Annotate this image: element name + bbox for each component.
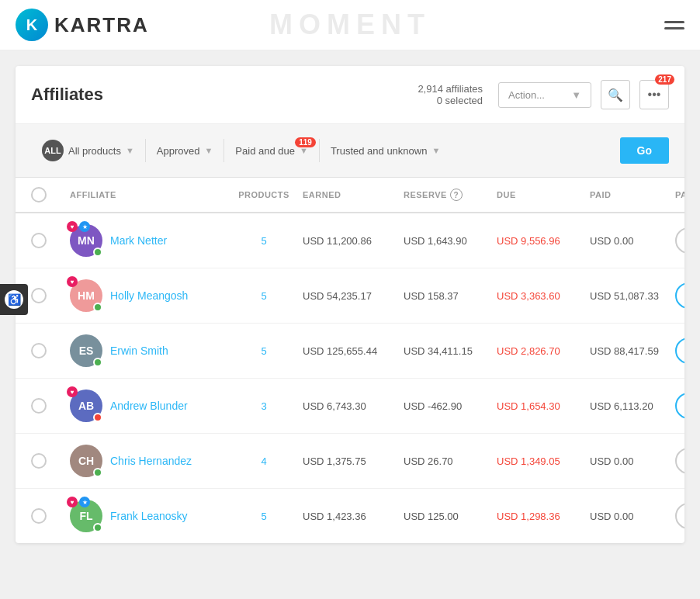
filter-all-arrow-icon: ▼ (126, 146, 134, 155)
due-value: USD 1,349.05 (497, 455, 590, 467)
affiliates-selected: 0 selected (418, 95, 483, 106)
panel-header: Affiliates 2,914 affiliates 0 selected A… (16, 66, 684, 124)
go-button[interactable]: Go (620, 137, 669, 164)
status-dot (93, 248, 102, 257)
affiliate-name[interactable]: Holly Meangosh (110, 289, 188, 302)
row-checkbox[interactable] (31, 508, 47, 524)
badge-heart-icon: ♥ (67, 221, 78, 232)
hamburger-menu[interactable] (664, 21, 684, 29)
row-checkbox[interactable] (31, 453, 47, 469)
paid-value: USD 51,087.33 (590, 290, 675, 302)
affiliate-name[interactable]: Mark Netter (110, 234, 167, 247)
products-value: 5 (225, 511, 303, 522)
badge-heart-icon: ♥ (67, 386, 78, 397)
all-products-icon: ALL (42, 140, 64, 161)
reserve-value: USD -462.90 (404, 400, 497, 412)
avatar-wrap: ♥ ★ MN (70, 224, 102, 257)
row-check-cell (31, 453, 70, 469)
avatar-wrap: ES (70, 334, 102, 367)
badge-heart-icon: ♥ (67, 276, 78, 287)
pay-button[interactable]: $ (675, 448, 684, 474)
filter-approved[interactable]: Approved ▼ (146, 139, 224, 163)
affiliate-name[interactable]: Chris Hernandez (110, 455, 192, 467)
table-row: ES Erwin Smith 5 USD 125,655.44 USD 34,4… (16, 324, 684, 379)
table-row: ♥ ★ FL Frank Leanosky 5 USD 1,423.36 USD… (16, 489, 684, 543)
pay-button[interactable]: $ (675, 338, 684, 364)
filter-all-products[interactable]: ALL All products ▼ (31, 133, 145, 168)
filter-paid-due[interactable]: 119 Paid and due ▼ (224, 139, 319, 163)
search-button[interactable]: 🔍 (601, 80, 630, 109)
th-affiliate: AFFILIATE (70, 190, 225, 199)
th-paid: PAID (590, 190, 675, 199)
filter-trusted-unknown[interactable]: Trusted and unknown ▼ (320, 139, 451, 163)
status-dot (93, 468, 102, 477)
due-value: USD 1,654.30 (497, 400, 590, 412)
panel-title: Affiliates (31, 85, 408, 105)
status-dot (93, 303, 102, 312)
table-body: ♥ ★ MN Mark Netter 5 USD 11,200.86 USD 1… (16, 213, 684, 543)
accessibility-icon: ♿ (5, 290, 23, 309)
due-value: USD 2,826.70 (497, 345, 590, 357)
affiliate-cell: ES Erwin Smith (70, 334, 225, 367)
select-all-checkbox[interactable] (31, 187, 47, 203)
pay-button[interactable]: $ (675, 282, 684, 309)
more-button[interactable]: ••• 217 (639, 80, 669, 109)
badge-heart-icon: ♥ (67, 497, 78, 507)
paid-value: USD 0.00 (590, 455, 675, 467)
table-header: AFFILIATE PRODUCTS EARNED RESERVE ? DUE … (16, 178, 684, 213)
avatar-wrap: ♥ AB (70, 390, 102, 422)
due-value: USD 3,363.60 (497, 290, 590, 302)
affiliate-cell: ♥ ★ MN Mark Netter (70, 224, 225, 257)
status-dot (93, 413, 102, 422)
affiliate-cell: ♥ HM Holly Meangosh (70, 279, 225, 312)
pay-button[interactable]: $ (675, 503, 684, 529)
paid-due-badge: 119 (295, 137, 316, 147)
badge-star-icon: ★ (79, 221, 90, 232)
filter-paid-due-label: Paid and due (235, 145, 295, 157)
earned-value: USD 6,743.30 (303, 400, 404, 412)
affiliate-name[interactable]: Erwin Smith (110, 345, 168, 357)
filter-trusted-unknown-label: Trusted and unknown (331, 145, 428, 157)
row-checkbox[interactable] (31, 233, 47, 248)
reserve-value: USD 158.37 (404, 290, 497, 302)
reserve-value: USD 34,411.15 (404, 345, 497, 357)
affiliate-cell: CH Chris Hernandez (70, 445, 225, 477)
affiliate-name[interactable]: Andrew Blunder (110, 400, 188, 412)
th-due: DUE (497, 190, 590, 199)
paid-value: USD 6,113.20 (590, 400, 675, 412)
filter-trusted-unknown-arrow-icon: ▼ (431, 146, 440, 155)
logo-area: K KARTRA (16, 9, 149, 41)
paid-value: USD 0.00 (590, 511, 675, 522)
th-products: PRODUCTS (225, 190, 303, 199)
row-checkbox[interactable] (31, 343, 47, 358)
earned-value: USD 1,423.36 (303, 511, 404, 522)
action-dropdown[interactable]: Action... ▼ (498, 82, 591, 108)
row-checkbox[interactable] (31, 288, 47, 303)
row-check-cell (31, 343, 70, 358)
filter-all-products-label: All products (68, 145, 121, 157)
pay-button[interactable]: $ (675, 393, 684, 419)
affiliates-count-area: 2,914 affiliates 0 selected (418, 83, 483, 106)
paid-value: USD 0.00 (590, 235, 675, 247)
pay-button[interactable]: $ (675, 227, 684, 254)
table-row: ♥ HM Holly Meangosh 5 USD 54,235.17 USD … (16, 268, 684, 324)
filter-approved-arrow-icon: ▼ (204, 146, 213, 155)
table-row: ♥ ★ MN Mark Netter 5 USD 11,200.86 USD 1… (16, 213, 684, 268)
paid-value: USD 88,417.59 (590, 345, 675, 357)
reserve-info-icon[interactable]: ? (450, 189, 463, 201)
products-value: 4 (225, 455, 303, 467)
products-value: 5 (225, 290, 303, 302)
filter-approved-label: Approved (157, 145, 200, 157)
due-value: USD 1,298.36 (497, 511, 590, 522)
affiliate-name[interactable]: Frank Leanosky (110, 510, 188, 522)
logo-icon: K (16, 9, 48, 41)
table-row: ♥ AB Andrew Blunder 3 USD 6,743.30 USD -… (16, 379, 684, 434)
status-dot (93, 358, 102, 367)
main-content: Affiliates 2,914 affiliates 0 selected A… (0, 50, 700, 559)
accessibility-widget[interactable]: ♿ (0, 284, 28, 315)
affiliate-cell: ♥ AB Andrew Blunder (70, 390, 225, 422)
reserve-value: USD 26.70 (404, 455, 497, 467)
filter-paid-due-arrow-icon: ▼ (300, 146, 308, 155)
row-checkbox[interactable] (31, 398, 47, 414)
th-earned: EARNED (303, 190, 404, 199)
